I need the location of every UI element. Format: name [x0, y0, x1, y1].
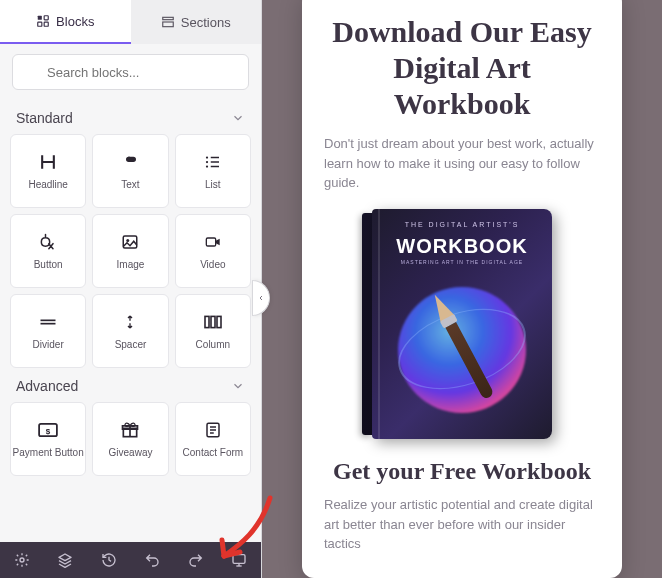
- block-label: Button: [34, 259, 63, 271]
- history-button[interactable]: [87, 542, 131, 578]
- preview-subtitle: Don't just dream about your best work, a…: [324, 134, 600, 193]
- svg-rect-2: [38, 22, 42, 26]
- block-column[interactable]: Column: [175, 294, 251, 368]
- svg-rect-4: [163, 17, 174, 19]
- search-input[interactable]: [12, 54, 249, 90]
- block-divider[interactable]: Divider: [10, 294, 86, 368]
- sections-icon: [161, 15, 175, 29]
- blocks-icon: [36, 14, 50, 28]
- column-icon: [203, 311, 223, 333]
- section-standard-header[interactable]: Standard: [0, 100, 261, 134]
- advanced-blocks-grid: $ Payment Button Giveaway Contact Form: [0, 402, 261, 476]
- preview-cta-title: Get your Free Workbook: [324, 457, 600, 486]
- undo-button[interactable]: [131, 542, 175, 578]
- svg-rect-3: [44, 22, 48, 26]
- block-list[interactable]: List: [175, 134, 251, 208]
- headline-icon: [38, 151, 58, 173]
- tab-blocks[interactable]: Blocks: [0, 0, 131, 44]
- preview-title: Download Our Easy Digital Art Workbook: [324, 14, 600, 122]
- button-icon: [38, 231, 58, 253]
- book-tag: MASTERING ART IN THE DIGITAL AGE: [372, 259, 552, 265]
- block-text[interactable]: Text: [92, 134, 168, 208]
- payment-icon: $: [37, 419, 59, 441]
- panel-tabs: Blocks Sections: [0, 0, 261, 44]
- chevron-down-icon: [231, 111, 245, 125]
- block-payment-button[interactable]: $ Payment Button: [10, 402, 86, 476]
- section-advanced-header[interactable]: Advanced: [0, 368, 261, 402]
- block-label: Image: [117, 259, 145, 271]
- block-image[interactable]: Image: [92, 214, 168, 288]
- block-label: List: [205, 179, 221, 191]
- svg-point-31: [20, 558, 24, 562]
- book-supertitle: THE DIGITAL ARTIST'S: [372, 221, 552, 228]
- preview-card: Download Our Easy Digital Art Workbook D…: [302, 0, 622, 578]
- block-label: Headline: [28, 179, 67, 191]
- svg-rect-19: [205, 316, 209, 327]
- tab-sections[interactable]: Sections: [131, 0, 262, 44]
- book-title: WORKBOOK: [372, 235, 552, 258]
- svg-rect-16: [206, 238, 215, 246]
- spacer-icon: [122, 311, 138, 333]
- block-giveaway[interactable]: Giveaway: [92, 402, 168, 476]
- chevron-left-icon: [257, 292, 265, 304]
- image-icon: [120, 231, 140, 253]
- svg-rect-32: [233, 555, 245, 564]
- tab-blocks-label: Blocks: [56, 14, 94, 29]
- block-headline[interactable]: Headline: [10, 134, 86, 208]
- svg-rect-5: [163, 22, 174, 27]
- form-icon: [204, 419, 222, 441]
- block-label: Column: [196, 339, 230, 351]
- svg-rect-21: [217, 316, 221, 327]
- layers-button[interactable]: [44, 542, 88, 578]
- svg-point-15: [127, 239, 130, 242]
- text-icon: [122, 151, 138, 173]
- block-label: Giveaway: [109, 447, 153, 459]
- settings-button[interactable]: [0, 542, 44, 578]
- standard-blocks-grid: Headline Text List Button Image Video Di…: [0, 134, 261, 368]
- block-label: Video: [200, 259, 225, 271]
- block-label: Divider: [33, 339, 64, 351]
- preview-cta-sub: Realize your artistic potential and crea…: [324, 495, 600, 554]
- block-label: Contact Form: [183, 447, 244, 459]
- redo-button[interactable]: [174, 542, 218, 578]
- tab-sections-label: Sections: [181, 15, 231, 30]
- section-advanced-label: Advanced: [16, 378, 78, 394]
- svg-text:$: $: [46, 427, 51, 436]
- chevron-down-icon: [231, 379, 245, 393]
- svg-point-8: [206, 156, 208, 158]
- svg-point-10: [206, 165, 208, 167]
- bottom-toolbar: [0, 542, 261, 578]
- book-image: THE DIGITAL ARTIST'S WORKBOOK THE DIGITA…: [372, 209, 552, 439]
- block-spacer[interactable]: Spacer: [92, 294, 168, 368]
- list-icon: [204, 151, 222, 173]
- block-video[interactable]: Video: [175, 214, 251, 288]
- block-label: Spacer: [115, 339, 147, 351]
- block-button[interactable]: Button: [10, 214, 86, 288]
- divider-icon: [38, 311, 58, 333]
- preview-button[interactable]: [218, 542, 262, 578]
- svg-rect-0: [38, 16, 42, 20]
- video-icon: [203, 231, 223, 253]
- block-contact-form[interactable]: Contact Form: [175, 402, 251, 476]
- block-label: Payment Button: [13, 447, 84, 459]
- section-standard-label: Standard: [16, 110, 73, 126]
- svg-rect-20: [211, 316, 215, 327]
- giveaway-icon: [120, 419, 140, 441]
- blocks-panel: Blocks Sections Standard Headline Text: [0, 0, 262, 578]
- svg-rect-1: [44, 16, 48, 20]
- preview-area: Download Our Easy Digital Art Workbook D…: [262, 0, 662, 578]
- svg-point-9: [206, 161, 208, 163]
- block-label: Text: [121, 179, 139, 191]
